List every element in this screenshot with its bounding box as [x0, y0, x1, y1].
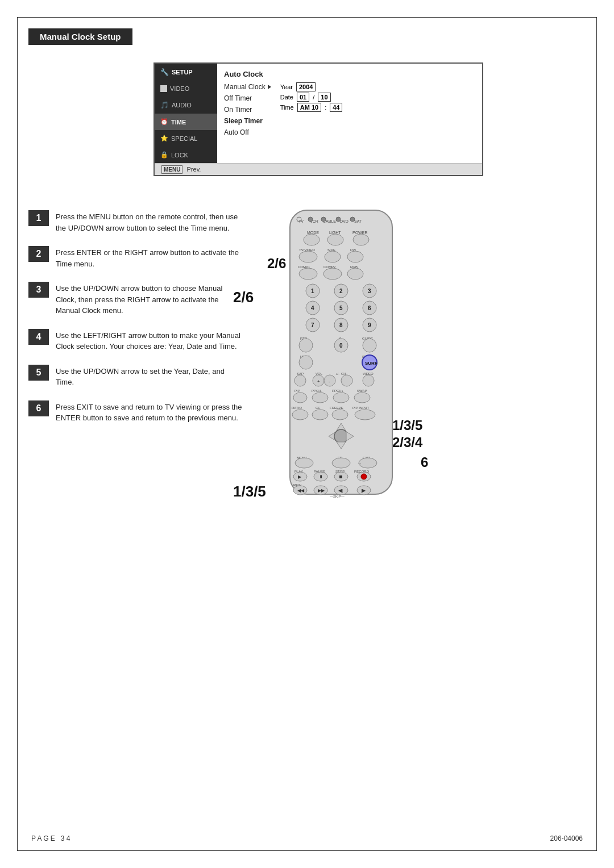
svg-point-8	[321, 217, 326, 222]
svg-point-28	[347, 268, 363, 279]
step-3-row: 3 Use the UP/DOWN arrow button to choose…	[28, 282, 244, 316]
sidebar-item-video: VIDEO	[155, 81, 217, 97]
step-6-number: 6	[28, 400, 49, 416]
sidebar-item-special: ⭐ SPECIAL	[155, 130, 217, 147]
svg-point-84	[312, 410, 328, 420]
svg-text:⏸: ⏸	[318, 474, 323, 479]
svg-point-9	[336, 217, 341, 222]
step-2-row: 2 Press ENTER or the RIGHT arrow button …	[28, 246, 244, 269]
step-6-row: 6 Press EXIT to save and return to TV vi…	[28, 400, 244, 424]
sidebar-item-audio: 🎵 AUDIO	[155, 97, 217, 114]
year-value: 2004	[296, 82, 316, 91]
step-5-row: 5 Use the UP/DOWN arrow to set the Year,…	[28, 365, 244, 388]
time-am: AM 10	[297, 103, 321, 112]
svg-point-78	[354, 393, 370, 403]
svg-point-77	[333, 393, 349, 403]
page-label-text: P A G E	[31, 834, 55, 842]
svg-text:SURF: SURF	[365, 361, 377, 366]
menu-off-timer: Off Timer	[224, 93, 271, 104]
footer-doc-number: 206-04006	[550, 834, 583, 842]
svg-point-15	[327, 234, 343, 245]
svg-point-89	[334, 429, 348, 443]
step-5-number: 5	[28, 365, 49, 381]
svg-point-22	[347, 251, 363, 262]
svg-point-53	[363, 339, 376, 352]
footer-prev-text: Prev.	[187, 166, 201, 173]
step-2-number: 2	[28, 246, 49, 262]
svg-point-86	[355, 410, 375, 420]
year-label: Year	[280, 84, 293, 90]
remote-label-26: 2/6	[233, 289, 254, 306]
svg-point-21	[325, 251, 341, 262]
svg-point-16	[353, 234, 369, 245]
sidebar-audio-label: AUDIO	[172, 102, 192, 108]
remote-label-135: 1/3/5	[233, 483, 266, 500]
menu-auto-off: Auto Off	[224, 127, 271, 138]
svg-point-76	[312, 393, 328, 403]
step-4-row: 4 Use the LEFT/RIGHT arrow button to mak…	[28, 329, 244, 352]
svg-text:CC: CC	[316, 406, 321, 410]
sidebar-lock-label: LOCK	[171, 152, 188, 158]
svg-point-20	[299, 251, 317, 262]
date-value1: 01	[297, 93, 309, 102]
date-row: Date 01 / 10	[280, 93, 343, 102]
page-footer: P A G E 3 4 206-04006	[31, 834, 583, 842]
svg-text:6: 6	[368, 305, 371, 311]
svg-text:3: 3	[368, 288, 371, 294]
svg-text:0: 0	[339, 343, 343, 349]
svg-text:DVD: DVD	[340, 219, 349, 223]
svg-text:⏹: ⏹	[339, 474, 343, 479]
svg-point-96	[332, 458, 350, 468]
svg-point-85	[332, 410, 348, 420]
svg-text:◀|: ◀|	[338, 488, 343, 493]
sidebar-time-label: TIME	[171, 119, 186, 126]
sidebar-item-lock: 🔒 LOCK	[155, 147, 217, 163]
svg-text:|▶: |▶	[361, 488, 366, 493]
svg-point-27	[323, 268, 342, 279]
svg-text:2: 2	[339, 288, 343, 294]
time-min: 44	[330, 103, 342, 112]
page-number-text: 3 4	[61, 834, 70, 842]
sidebar-video-label: VIDEO	[170, 85, 189, 92]
sidebar-item-setup: 🔧 SETUP	[155, 64, 217, 81]
svg-point-75	[293, 393, 307, 403]
svg-text:—SKIP—: —SKIP—	[330, 495, 345, 498]
step-1-row: 1 Press the MENU button on the remote co…	[28, 210, 244, 233]
svg-text:7: 7	[311, 322, 314, 328]
svg-point-7	[308, 217, 313, 222]
year-row: Year 2004	[280, 82, 343, 91]
svg-text:RATIO: RATIO	[292, 406, 302, 410]
svg-point-64	[294, 375, 306, 386]
step-1-number: 1	[28, 210, 49, 226]
remote-wrapper: 2/6 TV VCR CABLE DVD SAT MODE LIGHT POWE…	[262, 205, 421, 500]
svg-point-110	[361, 474, 367, 479]
sidebar-special-label: SPECIAL	[171, 135, 197, 142]
sidebar-setup-label: SETUP	[172, 69, 193, 76]
svg-text:5: 5	[339, 305, 343, 311]
remote-label-6: 6	[421, 454, 428, 470]
svg-text:PPCH+: PPCH+	[332, 389, 344, 393]
time-label: Time	[280, 104, 294, 111]
svg-point-50	[299, 339, 313, 352]
svg-text:SWAP: SWAP	[357, 389, 367, 393]
step-3-number: 3	[28, 282, 49, 298]
title-text: Manual Clock Setup	[40, 32, 121, 41]
step-3-text: Use the UP/DOWN arrow button to choose M…	[56, 282, 244, 316]
svg-point-26	[299, 268, 317, 279]
step-2-text: Press ENTER or the RIGHT arrow button to…	[56, 246, 244, 269]
sidebar-item-time: ⏰ TIME	[155, 114, 217, 130]
remote-svg: TV VCR CABLE DVD SAT MODE LIGHT POWER TV…	[279, 205, 404, 500]
svg-text:PPCH-: PPCH-	[312, 389, 322, 393]
svg-point-70	[363, 375, 374, 386]
svg-text:SAT: SAT	[354, 219, 362, 223]
svg-point-56	[299, 356, 313, 369]
menu-auto-clock: Auto Clock	[224, 68, 475, 80]
svg-text:→: →	[357, 461, 362, 466]
footer-menu-label: MENU	[161, 165, 182, 174]
svg-text:+/-: +/-	[335, 372, 339, 375]
menu-on-timer: On Timer	[224, 104, 271, 115]
tv-sidebar: 🔧 SETUP VIDEO 🎵 AUDIO ⏰ TIME ⭐ SPECIAL 🔒	[155, 64, 217, 163]
svg-point-10	[350, 217, 355, 222]
date-label: Date	[280, 94, 293, 101]
svg-text:FREEZE: FREEZE	[330, 406, 343, 410]
